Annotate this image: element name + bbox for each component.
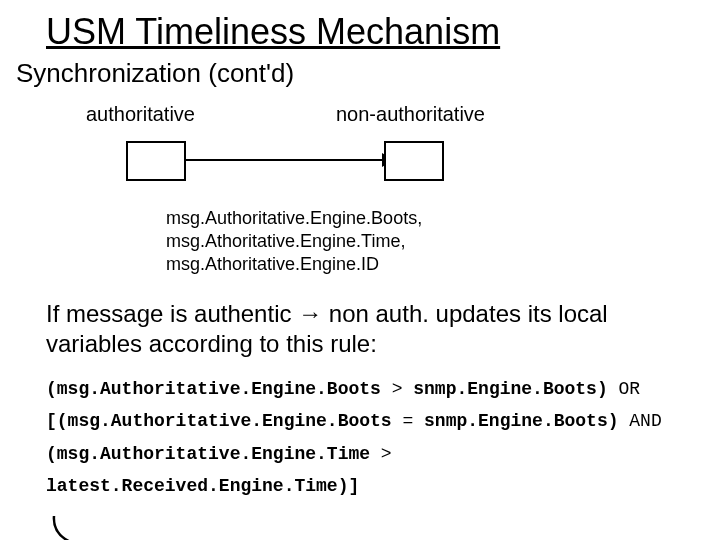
body-line1a: If message is authentic <box>46 300 298 327</box>
rule1-op: > <box>381 379 413 399</box>
msg-boots: msg.Authoritative.Engine.Boots, <box>166 207 704 230</box>
label-non-authoritative: non-authoritative <box>336 103 485 126</box>
message-fields: msg.Authoritative.Engine.Boots, msg.Atho… <box>166 207 704 277</box>
non-authoritative-box <box>384 141 444 181</box>
slide: USM Timeliness Mechanism Synchronization… <box>0 0 720 540</box>
rule1-tail: OR <box>608 379 640 399</box>
rule2-tail: AND <box>619 411 662 431</box>
rule-line-2: [(msg.Authoritative.Engine.Boots = snmp.… <box>46 405 704 437</box>
body-line1b: non auth. updates its local <box>322 300 608 327</box>
callout-arrow-icon <box>44 512 114 540</box>
authoritative-box <box>126 141 186 181</box>
body-line2: variables according to this rule: <box>46 330 377 357</box>
footnote-area: If two messages arrive out of order or a… <box>16 516 704 540</box>
rule2-op: = <box>392 411 424 431</box>
body-text: If message is authentic → non auth. upda… <box>46 299 704 359</box>
arrow-line <box>184 159 384 161</box>
label-authoritative: authoritative <box>86 103 195 126</box>
arrow-right-icon: → <box>298 300 322 327</box>
sync-diagram <box>126 133 704 193</box>
update-rule: (msg.Authoritative.Engine.Boots > snmp.E… <box>46 373 704 503</box>
rule2-right: snmp.Engine.Boots) <box>424 411 618 431</box>
msg-time: msg.Athoritative.Engine.Time, <box>166 230 704 253</box>
msg-id: msg.Athoritative.Engine.ID <box>166 253 704 276</box>
rule1-right: snmp.Engine.Boots) <box>413 379 607 399</box>
rule-line-1: (msg.Authoritative.Engine.Boots > snmp.E… <box>46 373 704 405</box>
rule3-op: > <box>370 444 392 464</box>
slide-subtitle: Synchronization (cont'd) <box>16 58 704 89</box>
engine-labels: authoritative non-authoritative <box>86 103 704 127</box>
rule3-right: latest.Received.Engine.Time)] <box>46 476 359 496</box>
rule2-left: [(msg.Authoritative.Engine.Boots <box>46 411 392 431</box>
rule-line-3: (msg.Authoritative.Engine.Time > latest.… <box>46 438 704 503</box>
rule3-left: (msg.Authoritative.Engine.Time <box>46 444 370 464</box>
rule1-left: (msg.Authoritative.Engine.Boots <box>46 379 381 399</box>
slide-title: USM Timeliness Mechanism <box>46 12 698 52</box>
